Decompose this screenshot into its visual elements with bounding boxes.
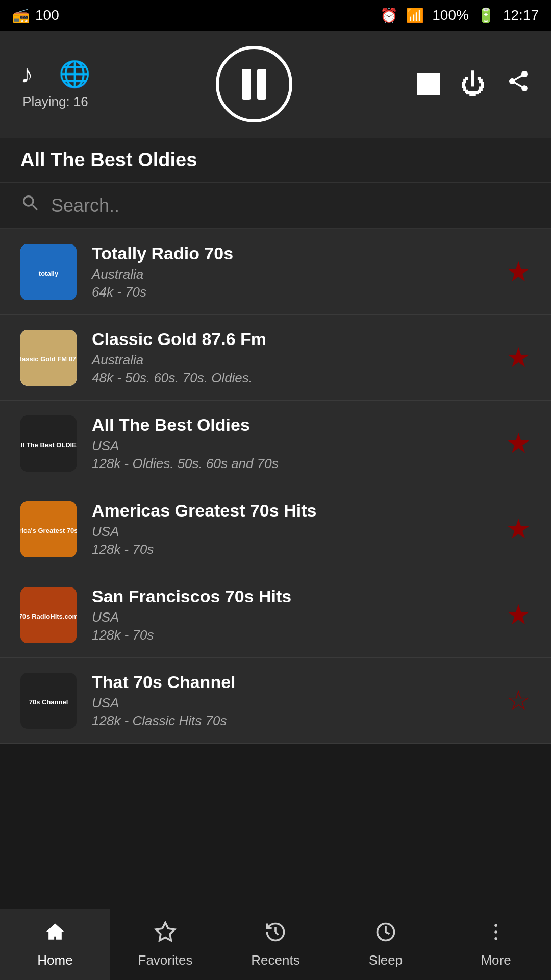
status-left: 📻 100	[12, 7, 59, 24]
svg-text:totally: totally	[39, 270, 59, 277]
signal-info: 100	[35, 7, 59, 23]
favorites-nav-label: Favorites	[138, 952, 193, 968]
bottom-spacer	[0, 744, 551, 820]
home-nav-label: Home	[37, 952, 72, 968]
station-logo: America's Greatest 70s Hits	[20, 501, 77, 557]
sleep-nav-icon	[374, 921, 397, 948]
stop-button[interactable]	[417, 73, 440, 95]
now-playing-title: All The Best Oldies	[0, 138, 551, 183]
playing-label: Playing: 16	[22, 94, 88, 110]
station-country: Australia	[92, 266, 491, 282]
nav-item-favorites[interactable]: Favorites	[110, 909, 220, 980]
svg-line-16	[276, 932, 279, 935]
svg-point-18	[494, 924, 497, 927]
station-bitrate: 128k - 70s	[92, 627, 491, 643]
station-bitrate: 128k - Oldies. 50s. 60s and 70s	[92, 456, 491, 472]
battery-icon: 🔋	[477, 7, 495, 24]
station-country: USA	[92, 524, 491, 540]
station-bitrate: 64k - 70s	[92, 284, 491, 300]
player-left: ♪ 🌐 Playing: 16	[20, 59, 90, 110]
stop-icon	[417, 73, 440, 95]
player-right: ⏻	[417, 69, 531, 100]
station-country: USA	[92, 438, 491, 454]
station-logo: 70s Channel	[20, 673, 77, 729]
search-bar[interactable]	[0, 183, 551, 229]
more-nav-label: More	[481, 952, 511, 968]
recents-nav-icon	[264, 921, 287, 948]
station-info: That 70s Channel USA 128k - Classic Hits…	[92, 672, 491, 729]
nav-item-recents[interactable]: Recents	[220, 909, 331, 980]
station-name: San Franciscos 70s Hits	[92, 586, 491, 606]
clock-time: 12:17	[503, 7, 539, 23]
station-item[interactable]: Classic Gold FM 87.6 Classic Gold 87.6 F…	[0, 315, 551, 401]
pause-button[interactable]	[216, 46, 292, 122]
sleep-nav-label: Sleep	[369, 952, 403, 968]
recents-nav-label: Recents	[251, 952, 299, 968]
station-info: Classic Gold 87.6 Fm Australia 48k - 50s…	[92, 329, 491, 386]
station-item[interactable]: totally Totally Radio 70s Australia 64k …	[0, 229, 551, 315]
favorite-star[interactable]: ☆	[506, 684, 531, 717]
favorite-star[interactable]: ★	[506, 427, 531, 459]
svg-text:All The Best OLDIES: All The Best OLDIES	[20, 441, 77, 449]
station-item[interactable]: 70s RadioHits.com San Franciscos 70s Hit…	[0, 572, 551, 658]
power-icon[interactable]: ⏻	[460, 69, 486, 99]
station-bitrate: 128k - 70s	[92, 542, 491, 557]
status-bar: 📻 100 ⏰ 📶 100% 🔋 12:17	[0, 0, 551, 31]
globe-icon[interactable]: 🌐	[59, 59, 90, 89]
svg-text:70s Channel: 70s Channel	[29, 698, 68, 706]
station-item[interactable]: America's Greatest 70s Hits Americas Gre…	[0, 486, 551, 572]
favorites-nav-icon	[154, 921, 177, 948]
wifi-icon: 📶	[406, 7, 424, 24]
favorite-star[interactable]: ★	[506, 599, 531, 631]
station-info: Americas Greatest 70s Hits USA 128k - 70…	[92, 501, 491, 557]
station-item[interactable]: All The Best OLDIES All The Best Oldies …	[0, 401, 551, 486]
station-name: All The Best Oldies	[92, 415, 491, 435]
station-list: totally Totally Radio 70s Australia 64k …	[0, 229, 551, 744]
station-name: Americas Greatest 70s Hits	[92, 501, 491, 521]
station-logo: 70s RadioHits.com	[20, 587, 77, 643]
svg-marker-14	[156, 923, 175, 941]
pause-icon	[242, 69, 266, 100]
nav-item-more[interactable]: More	[441, 909, 551, 980]
bottom-nav: Home Favorites Recents Sleep More	[0, 909, 551, 980]
app-icon: 📻	[12, 7, 30, 24]
svg-text:70s RadioHits.com: 70s RadioHits.com	[20, 612, 77, 620]
svg-text:America's Greatest 70s Hits: America's Greatest 70s Hits	[20, 527, 77, 534]
station-item[interactable]: 70s Channel That 70s Channel USA 128k - …	[0, 658, 551, 744]
station-bitrate: 48k - 50s. 60s. 70s. Oldies.	[92, 370, 491, 386]
pause-bar-left	[242, 69, 251, 100]
station-name: Classic Gold 87.6 Fm	[92, 329, 491, 349]
favorite-star[interactable]: ★	[506, 256, 531, 288]
station-name: Totally Radio 70s	[92, 243, 491, 263]
station-info: Totally Radio 70s Australia 64k - 70s	[92, 243, 491, 300]
svg-point-20	[494, 937, 497, 940]
share-icon[interactable]	[506, 69, 531, 100]
player-header: ♪ 🌐 Playing: 16 ⏻	[0, 31, 551, 138]
player-icons-left: ♪ 🌐	[20, 59, 90, 89]
station-bitrate: 128k - Classic Hits 70s	[92, 713, 491, 729]
station-logo: All The Best OLDIES	[20, 415, 77, 472]
station-country: USA	[92, 695, 491, 711]
battery-label: 100%	[432, 7, 469, 23]
svg-text:Classic Gold FM 87.6: Classic Gold FM 87.6	[20, 355, 77, 363]
home-nav-icon	[44, 921, 66, 948]
station-name: That 70s Channel	[92, 672, 491, 692]
station-country: USA	[92, 609, 491, 625]
station-info: San Franciscos 70s Hits USA 128k - 70s	[92, 586, 491, 643]
favorite-star[interactable]: ★	[506, 513, 531, 545]
station-logo: totally	[20, 244, 77, 300]
more-nav-icon	[485, 921, 507, 948]
search-icon	[20, 193, 41, 218]
pause-bar-right	[257, 69, 266, 100]
nav-item-home[interactable]: Home	[0, 909, 110, 980]
svg-rect-13	[53, 929, 58, 935]
station-logo: Classic Gold FM 87.6	[20, 330, 77, 386]
svg-point-19	[494, 930, 497, 934]
station-info: All The Best Oldies USA 128k - Oldies. 5…	[92, 415, 491, 472]
alarm-icon: ⏰	[380, 7, 398, 24]
nav-item-sleep[interactable]: Sleep	[331, 909, 441, 980]
music-note-icon[interactable]: ♪	[20, 59, 33, 89]
station-country: Australia	[92, 352, 491, 368]
favorite-star[interactable]: ★	[506, 341, 531, 374]
search-input[interactable]	[51, 195, 531, 216]
